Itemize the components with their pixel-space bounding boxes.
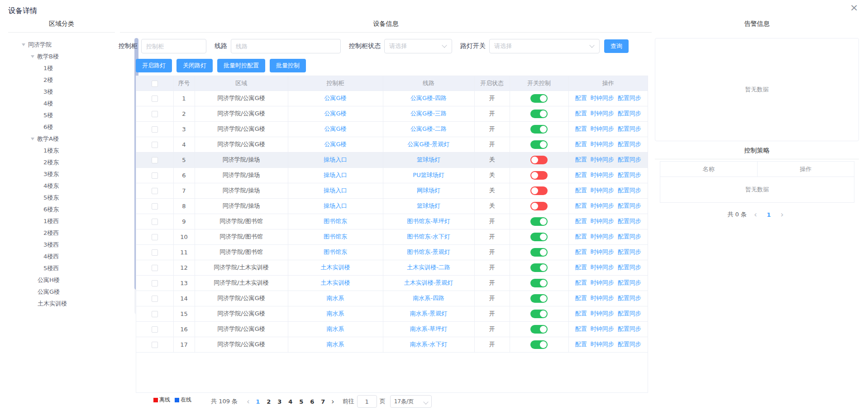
line-link[interactable]: 图书馆东-水下灯 xyxy=(407,233,450,240)
clock-sync-link[interactable]: 时钟同步 xyxy=(591,264,614,271)
config-link[interactable]: 配置 xyxy=(575,125,587,132)
clock-sync-link[interactable]: 时钟同步 xyxy=(591,95,614,101)
light-switch-toggle[interactable] xyxy=(530,171,548,180)
tree-node[interactable]: 1楼西 xyxy=(8,215,124,227)
light-switch-toggle[interactable] xyxy=(530,110,548,118)
cabinet-link[interactable]: 南水系 xyxy=(327,325,344,332)
row-checkbox[interactable] xyxy=(152,311,158,317)
cabinet-link[interactable]: 操场入口 xyxy=(324,202,347,209)
tree-node[interactable]: 4楼东 xyxy=(8,180,124,192)
table-row[interactable]: 12同济学院/土木实训楼土木实训楼土木实训楼-二路开配置时钟同步配置同步 xyxy=(136,260,648,275)
config-link[interactable]: 配置 xyxy=(575,141,587,148)
caret-down-icon[interactable] xyxy=(22,43,25,46)
page-number[interactable]: 2 xyxy=(264,398,273,405)
config-sync-link[interactable]: 配置同步 xyxy=(618,310,641,317)
strategy-page-number[interactable]: 1 xyxy=(764,211,773,218)
row-checkbox[interactable] xyxy=(152,326,158,333)
batch-time-config-button[interactable]: 批量时控配置 xyxy=(217,59,265,72)
tree-node[interactable]: 3楼东 xyxy=(8,168,124,180)
config-link[interactable]: 配置 xyxy=(575,279,587,286)
filter-input[interactable] xyxy=(236,43,336,50)
light-switch-toggle[interactable] xyxy=(530,279,548,287)
config-sync-link[interactable]: 配置同步 xyxy=(618,233,641,240)
table-row[interactable]: 15同济学院/公寓G楼南水系南水系-景观灯开配置时钟同步配置同步 xyxy=(136,306,648,321)
page-number[interactable]: 7 xyxy=(319,398,328,405)
row-checkbox[interactable] xyxy=(152,203,158,210)
clock-sync-link[interactable]: 时钟同步 xyxy=(591,125,614,132)
line-link[interactable]: 公寓G楼-三路 xyxy=(410,110,447,117)
filter-select[interactable]: 请选择 xyxy=(489,39,600,53)
light-switch-toggle[interactable] xyxy=(530,325,548,334)
config-sync-link[interactable]: 配置同步 xyxy=(618,325,641,332)
table-row[interactable]: 7同济学院/操场操场入口网球场灯关配置时钟同步配置同步 xyxy=(136,183,648,198)
cabinet-link[interactable]: 图书馆东 xyxy=(324,218,347,224)
line-link[interactable]: 图书馆东-景观灯 xyxy=(407,248,450,255)
table-row[interactable]: 2同济学院/公寓G楼公寓G楼公寓G楼-三路开配置时钟同步配置同步 xyxy=(136,106,648,121)
cabinet-link[interactable]: 操场入口 xyxy=(324,156,347,163)
cabinet-link[interactable]: 公寓G楼 xyxy=(324,141,346,148)
cabinet-link[interactable]: 南水系 xyxy=(327,310,344,317)
config-sync-link[interactable]: 配置同步 xyxy=(618,341,641,348)
clock-sync-link[interactable]: 时钟同步 xyxy=(591,310,614,317)
light-switch-toggle[interactable] xyxy=(530,217,548,226)
table-row[interactable]: 6同济学院/操场操场入口PU篮球场灯关配置时钟同步配置同步 xyxy=(136,167,648,183)
goto-page-input[interactable] xyxy=(357,395,377,408)
table-row[interactable]: 16同济学院/公寓G楼南水系南水系-草坪灯开配置时钟同步配置同步 xyxy=(136,321,648,337)
tree-node[interactable]: 3楼 xyxy=(8,86,124,98)
tree-node[interactable]: 1楼东 xyxy=(8,145,124,157)
line-link[interactable]: 公寓G楼-四路 xyxy=(410,95,447,101)
clock-sync-link[interactable]: 时钟同步 xyxy=(591,156,614,163)
close-icon[interactable]: × xyxy=(850,3,858,13)
clock-sync-link[interactable]: 时钟同步 xyxy=(591,279,614,286)
strategy-prev-page-icon[interactable]: ‹ xyxy=(751,208,760,221)
config-link[interactable]: 配置 xyxy=(575,264,587,271)
line-link[interactable]: 图书馆东-草坪灯 xyxy=(407,218,450,224)
row-checkbox[interactable] xyxy=(152,280,158,286)
clock-sync-link[interactable]: 时钟同步 xyxy=(591,248,614,255)
line-link[interactable]: 土木实训楼-景观灯 xyxy=(404,279,453,286)
config-sync-link[interactable]: 配置同步 xyxy=(618,264,641,271)
light-switch-toggle[interactable] xyxy=(530,233,548,241)
tree-node[interactable]: 4楼 xyxy=(8,98,124,110)
line-link[interactable]: 网球场灯 xyxy=(417,187,440,194)
tree-node[interactable]: 土木实训楼 xyxy=(8,298,124,310)
line-link[interactable]: PU篮球场灯 xyxy=(413,172,444,178)
row-checkbox[interactable] xyxy=(152,157,158,163)
clock-sync-link[interactable]: 时钟同步 xyxy=(591,110,614,117)
clock-sync-link[interactable]: 时钟同步 xyxy=(591,325,614,332)
lights-off-button[interactable]: 关闭路灯 xyxy=(176,59,213,72)
table-row[interactable]: 1同济学院/公寓G楼公寓G楼公寓G楼-四路开配置时钟同步配置同步 xyxy=(136,91,648,106)
tree-node[interactable]: 4楼西 xyxy=(8,251,124,262)
light-switch-toggle[interactable] xyxy=(530,294,548,303)
caret-down-icon[interactable] xyxy=(31,55,34,58)
line-link[interactable]: 公寓G楼-二路 xyxy=(410,125,447,132)
config-link[interactable]: 配置 xyxy=(575,156,587,163)
config-link[interactable]: 配置 xyxy=(575,187,587,194)
config-sync-link[interactable]: 配置同步 xyxy=(618,156,641,163)
row-checkbox[interactable] xyxy=(152,219,158,225)
config-sync-link[interactable]: 配置同步 xyxy=(618,141,641,148)
cabinet-link[interactable]: 图书馆东 xyxy=(324,233,347,240)
tree-node[interactable]: 公寓G楼 xyxy=(8,286,124,298)
light-switch-toggle[interactable] xyxy=(530,263,548,272)
line-link[interactable]: 土木实训楼-二路 xyxy=(407,264,450,271)
config-link[interactable]: 配置 xyxy=(575,248,587,255)
tree-node[interactable]: 1楼 xyxy=(8,62,124,74)
row-checkbox[interactable] xyxy=(152,188,158,194)
config-link[interactable]: 配置 xyxy=(575,295,587,301)
row-checkbox[interactable] xyxy=(152,265,158,271)
cabinet-link[interactable]: 南水系 xyxy=(327,295,344,301)
tree-node[interactable]: 公寓H楼 xyxy=(8,274,124,286)
line-link[interactable]: 公寓G楼-景观灯 xyxy=(408,141,450,148)
light-switch-toggle[interactable] xyxy=(530,186,548,195)
light-switch-toggle[interactable] xyxy=(530,156,548,164)
table-row[interactable]: 17同济学院/公寓G楼南水系南水系-水下灯开配置时钟同步配置同步 xyxy=(136,337,648,352)
cabinet-link[interactable]: 土木实训楼 xyxy=(321,264,350,271)
config-link[interactable]: 配置 xyxy=(575,325,587,332)
tree-node[interactable]: 同济学院 xyxy=(8,39,124,51)
row-checkbox[interactable] xyxy=(152,142,158,148)
tree-node[interactable]: 2楼 xyxy=(8,74,124,86)
config-link[interactable]: 配置 xyxy=(575,233,587,240)
tree-node[interactable]: 5楼西 xyxy=(8,262,124,274)
tree-node[interactable]: 5楼东 xyxy=(8,192,124,204)
